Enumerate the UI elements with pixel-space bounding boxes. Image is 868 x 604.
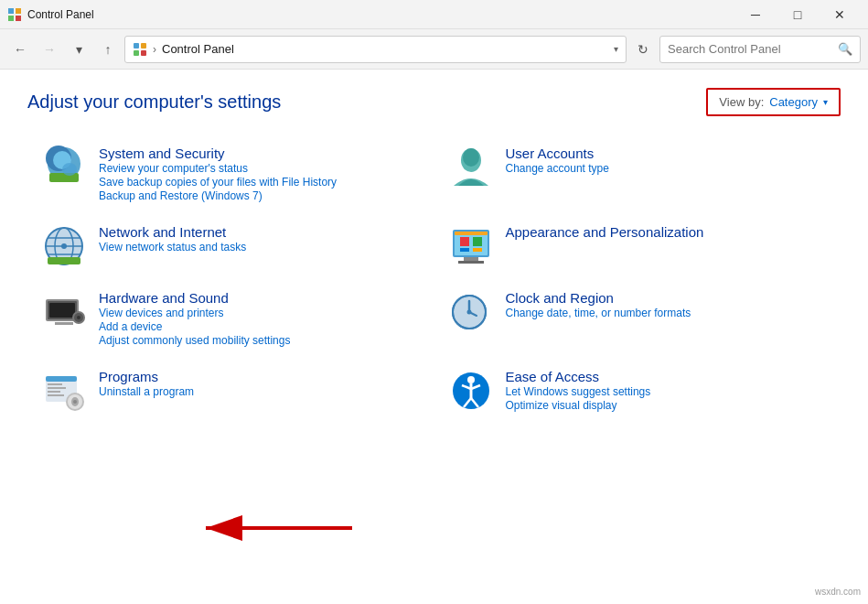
network-links: View network status and tasks	[99, 241, 420, 253]
appearance-icon	[449, 224, 493, 268]
hardware-icon	[42, 290, 86, 334]
category-clock: Clock and Region Change date, time, or n…	[434, 279, 841, 358]
main-content: Adjust your computer's settings View by:…	[0, 70, 868, 604]
user-accounts-title[interactable]: User Accounts	[506, 146, 595, 161]
programs-title[interactable]: Programs	[99, 369, 158, 384]
system-security-icon	[42, 146, 86, 189]
user-accounts-links: Change account type	[506, 162, 827, 175]
programs-content: Programs Uninstall a program	[99, 369, 420, 398]
title-bar: Control Panel ─ □ ✕	[0, 0, 868, 29]
clock-title[interactable]: Clock and Region	[506, 290, 614, 306]
hardware-title[interactable]: Hardware and Sound	[99, 290, 229, 306]
user-accounts-content: User Accounts Change account type	[506, 146, 827, 175]
network-content: Network and Internet View network status…	[99, 224, 420, 253]
svg-rect-25	[455, 232, 488, 235]
address-icon	[133, 42, 147, 57]
address-chevron-icon[interactable]: ▾	[614, 44, 618, 54]
search-input[interactable]	[668, 42, 834, 56]
svg-rect-22	[48, 257, 80, 264]
minimize-button[interactable]: ─	[734, 0, 777, 29]
svg-rect-27	[458, 261, 484, 264]
svg-point-43	[466, 310, 471, 315]
svg-rect-26	[464, 257, 478, 261]
svg-rect-30	[460, 248, 469, 252]
forward-button[interactable]: →	[37, 37, 62, 62]
svg-rect-34	[49, 303, 75, 318]
svg-rect-47	[48, 383, 62, 385]
appearance-content: Appearance and Personalization	[506, 224, 827, 241]
search-box[interactable]: 🔍	[659, 36, 861, 63]
ease-title[interactable]: Ease of Access	[506, 369, 600, 384]
add-device-link[interactable]: Add a device	[99, 320, 420, 333]
suggest-settings-link[interactable]: Let Windows suggest settings	[506, 385, 827, 398]
arrow-annotation	[178, 505, 361, 551]
page-title: Adjust your computer's settings	[27, 92, 281, 113]
svg-rect-50	[48, 394, 64, 396]
devices-printers-link[interactable]: View devices and printers	[99, 307, 420, 319]
svg-point-56	[467, 376, 475, 383]
view-by-selector[interactable]: View by: Category ▾	[706, 88, 841, 116]
svg-rect-46	[46, 376, 77, 382]
date-time-link[interactable]: Change date, time, or number formats	[506, 307, 827, 319]
review-status-link[interactable]: Review your computer's status	[99, 162, 420, 175]
svg-rect-3	[16, 16, 21, 21]
category-network: Network and Internet View network status…	[27, 213, 434, 279]
svg-rect-6	[134, 50, 139, 56]
svg-rect-29	[473, 237, 482, 246]
system-security-content: System and Security Review your computer…	[99, 146, 420, 202]
svg-point-54	[73, 400, 77, 404]
address-field[interactable]: › Control Panel ▾	[124, 36, 627, 63]
network-title[interactable]: Network and Internet	[99, 224, 226, 240]
view-by-label: View by:	[719, 95, 764, 109]
file-history-link[interactable]: Save backup copies of your files with Fi…	[99, 176, 420, 189]
watermark: wsxdn.com	[815, 587, 861, 597]
back-button[interactable]: ←	[7, 37, 33, 62]
control-panel-icon	[7, 7, 22, 22]
clock-links: Change date, time, or number formats	[506, 307, 827, 319]
svg-point-37	[77, 316, 80, 319]
user-accounts-icon	[449, 146, 493, 189]
category-appearance: Appearance and Personalization	[434, 213, 841, 279]
svg-rect-31	[473, 248, 482, 252]
svg-rect-49	[48, 391, 60, 393]
svg-rect-28	[460, 237, 469, 246]
close-button[interactable]: ✕	[819, 0, 861, 29]
network-status-link[interactable]: View network status and tasks	[99, 241, 420, 253]
mobility-settings-link[interactable]: Adjust commonly used mobility settings	[99, 334, 420, 347]
category-user-accounts: User Accounts Change account type	[434, 135, 841, 213]
page-header: Adjust your computer's settings View by:…	[27, 88, 841, 116]
svg-rect-2	[8, 16, 14, 21]
recent-locations-button[interactable]: ▾	[66, 37, 91, 62]
window-title: Control Panel	[27, 8, 734, 21]
svg-rect-7	[141, 50, 146, 56]
svg-rect-4	[134, 43, 139, 49]
hardware-content: Hardware and Sound View devices and prin…	[99, 290, 420, 347]
svg-rect-48	[48, 387, 66, 389]
refresh-button[interactable]: ↻	[630, 37, 656, 62]
programs-links: Uninstall a program	[99, 385, 420, 398]
up-button[interactable]: ↑	[95, 37, 121, 62]
category-programs: Programs Uninstall a program	[27, 358, 434, 424]
view-by-value: Category	[769, 95, 818, 109]
svg-point-14	[463, 148, 479, 167]
visual-display-link[interactable]: Optimize visual display	[506, 399, 827, 412]
category-system-security: System and Security Review your computer…	[27, 135, 434, 213]
svg-rect-0	[8, 8, 14, 14]
category-hardware: Hardware and Sound View devices and prin…	[27, 279, 434, 358]
svg-rect-11	[49, 173, 79, 182]
svg-rect-1	[16, 8, 21, 14]
system-security-title[interactable]: System and Security	[99, 146, 225, 161]
category-ease: Ease of Access Let Windows suggest setti…	[434, 358, 841, 424]
maximize-button[interactable]: □	[777, 0, 819, 29]
svg-rect-5	[141, 43, 146, 49]
system-security-links: Review your computer's status Save backu…	[99, 162, 420, 202]
uninstall-link[interactable]: Uninstall a program	[99, 385, 420, 398]
change-account-link[interactable]: Change account type	[506, 162, 827, 175]
search-icon[interactable]: 🔍	[838, 42, 852, 56]
window-controls: ─ □ ✕	[734, 0, 861, 29]
appearance-title[interactable]: Appearance and Personalization	[506, 224, 704, 240]
categories-grid: System and Security Review your computer…	[27, 135, 841, 424]
hardware-links: View devices and printers Add a device A…	[99, 307, 420, 347]
svg-point-12	[62, 163, 77, 176]
backup-restore-link[interactable]: Backup and Restore (Windows 7)	[99, 189, 420, 202]
